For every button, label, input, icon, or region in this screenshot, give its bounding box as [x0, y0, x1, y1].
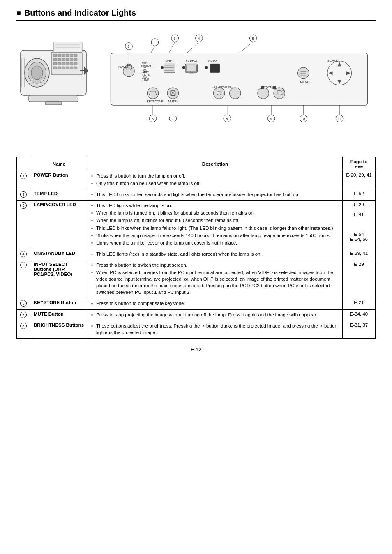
svg-line-108: [169, 42, 175, 53]
col-header-num: [17, 157, 30, 171]
svg-text:1: 1: [128, 44, 130, 48]
svg-text:6: 6: [152, 117, 154, 121]
row-num: 4: [17, 249, 30, 260]
svg-rect-35: [45, 102, 62, 105]
row-name: TEMP LED: [30, 189, 88, 201]
svg-rect-28: [74, 67, 77, 69]
table-row: 2 TEMP LED This LED blinks for ten secon…: [17, 189, 376, 201]
row-description: These buttons adjust the brightness. Pre…: [88, 321, 343, 338]
diagram-area: POWER ON/ STANDBY LAMP/ COVER TEMP OHP: [16, 30, 376, 145]
svg-rect-14: [66, 58, 69, 61]
svg-point-88: [230, 88, 241, 99]
svg-line-114: [239, 42, 253, 53]
svg-text:OHP: OHP: [166, 59, 172, 62]
svg-text:3: 3: [174, 37, 176, 41]
svg-point-3: [31, 66, 43, 80]
table-row: 7 MUTE Button Press to stop projecting t…: [17, 309, 376, 321]
row-page: E-34, 40: [343, 309, 376, 321]
svg-text:2: 2: [154, 41, 156, 45]
svg-text:4: 4: [198, 37, 200, 41]
svg-rect-6: [58, 54, 61, 57]
svg-rect-17: [53, 62, 57, 65]
row-name: BRIGHTNESS Buttons: [30, 321, 88, 338]
table-row: 6 KEYSTONE Button Press this button to c…: [17, 298, 376, 309]
page-footer: E-12: [16, 347, 376, 353]
row-page: E-31, 37: [343, 321, 376, 338]
svg-line-111: [187, 42, 199, 53]
svg-point-67: [205, 66, 208, 69]
svg-point-54: [161, 66, 164, 69]
row-description: This LED lights while the lamp is on. Wh…: [88, 201, 343, 249]
table-row: 3 LAMP/COVER LED This LED lights while t…: [17, 201, 376, 249]
svg-rect-20: [66, 62, 69, 65]
svg-text:7: 7: [172, 117, 174, 121]
svg-rect-27: [70, 67, 73, 69]
table-row: 1 POWER Button Press this button to turn…: [17, 171, 376, 189]
svg-rect-18: [58, 62, 61, 65]
svg-text:MENU: MENU: [300, 80, 309, 84]
row-name: MUTE Button: [30, 309, 88, 321]
svg-rect-10: [74, 54, 77, 57]
table-row: 4 ON/STANDBY LED This LED lights (red) i…: [17, 249, 376, 260]
svg-rect-26: [66, 67, 69, 69]
svg-rect-15: [70, 58, 73, 61]
row-description: Press this button to switch the input sc…: [88, 260, 343, 298]
svg-rect-65: [210, 64, 220, 72]
row-page: E-52: [343, 189, 376, 201]
row-num: 6: [17, 298, 30, 309]
svg-rect-12: [58, 58, 61, 61]
svg-text:KEYSTONE: KEYSTONE: [147, 99, 163, 103]
component-table: Name Description Page to see 1 POWER But…: [16, 157, 376, 339]
svg-text:POWER: POWER: [118, 65, 129, 69]
row-page: E-29, 41: [343, 249, 376, 260]
svg-line-105: [151, 46, 155, 53]
svg-rect-19: [62, 62, 65, 65]
row-num: 3: [17, 201, 30, 249]
svg-rect-11: [53, 58, 57, 61]
row-name: INPUT SELECT Buttons (OHP, PC1/PC2, VIDE…: [30, 260, 88, 298]
col-header-description: Description: [88, 157, 343, 171]
svg-rect-9: [70, 54, 73, 57]
control-panel-diagram: POWER ON/ STANDBY LAMP/ COVER TEMP OHP: [103, 30, 376, 145]
svg-point-96: [274, 88, 285, 99]
table-row: 8 BRIGHTNESS Buttons These buttons adjus…: [17, 321, 376, 338]
svg-rect-52: [164, 64, 175, 72]
row-name: POWER Button: [30, 171, 88, 189]
row-num: 2: [17, 189, 30, 201]
svg-text:MUTE: MUTE: [168, 99, 177, 103]
svg-rect-7: [62, 54, 65, 57]
svg-rect-36: [53, 42, 82, 52]
svg-point-79: [147, 88, 158, 99]
row-page: E-29: [343, 260, 376, 298]
row-page: E-21: [343, 298, 376, 309]
projector-illustration: [16, 38, 99, 128]
page-title: Buttons and Indicator Lights: [16, 8, 376, 21]
row-description: This LED lights (red) in a standby state…: [88, 249, 343, 260]
svg-text:⬛ZOOM⬛: ⬛ZOOM⬛: [261, 85, 276, 89]
svg-rect-5: [53, 54, 57, 57]
svg-rect-23: [53, 67, 57, 69]
svg-text:11: 11: [337, 117, 341, 121]
svg-text:10: 10: [301, 117, 305, 121]
svg-text:VIDEO: VIDEO: [208, 59, 217, 62]
svg-rect-34: [29, 95, 78, 102]
row-name: LAMP/COVER LED: [30, 201, 88, 249]
svg-rect-22: [74, 62, 77, 65]
row-num: 7: [17, 309, 30, 321]
col-header-page: Page to see: [343, 157, 376, 171]
svg-text:☆BRIGHTNESS☆: ☆BRIGHTNESS☆: [212, 86, 233, 89]
svg-text:PC1/PC2: PC1/PC2: [186, 59, 198, 62]
svg-rect-21: [70, 62, 73, 65]
svg-rect-25: [62, 67, 65, 69]
row-name: KEYSTONE Button: [30, 298, 88, 309]
row-num: 5: [17, 260, 30, 298]
row-description: Press to stop projecting the image witho…: [88, 309, 343, 321]
row-description: This LED blinks for ten seconds and ligh…: [88, 189, 343, 201]
row-page: E-29 E-41 E-54 E-54, 56: [343, 201, 376, 249]
svg-rect-24: [58, 67, 61, 69]
svg-rect-13: [62, 58, 65, 61]
row-description: Press this button to compensate keystone…: [88, 298, 343, 309]
row-num: 8: [17, 321, 30, 338]
svg-text:STANDBY: STANDBY: [141, 64, 153, 67]
svg-text:9: 9: [270, 117, 272, 121]
